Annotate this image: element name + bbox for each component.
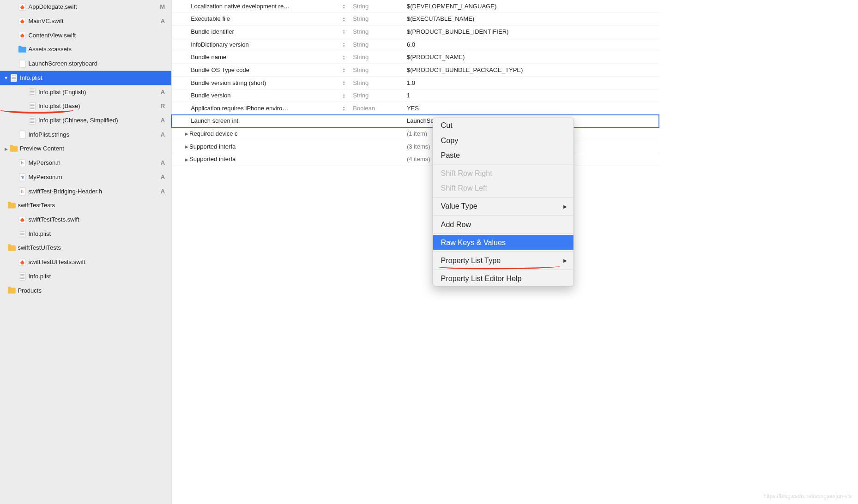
file-row[interactable]: hswiftTest-Bridging-Header.hA bbox=[0, 184, 171, 198]
plist-value[interactable]: 1 bbox=[403, 92, 659, 99]
file-row[interactable]: Info.plist bbox=[0, 227, 171, 241]
plist-type[interactable]: String bbox=[351, 79, 404, 86]
disclosure-triangle-icon[interactable]: ▶ bbox=[184, 157, 189, 162]
menu-item[interactable]: Value Type▶ bbox=[433, 199, 574, 214]
file-row[interactable]: Info.plist (Chinese, Simplified)A bbox=[0, 114, 171, 128]
disclosure-triangle-icon[interactable]: ▶ bbox=[4, 146, 9, 151]
plist-type[interactable]: Boolean bbox=[351, 105, 404, 112]
plist-key[interactable]: Supported interfa bbox=[189, 143, 350, 150]
file-row[interactable]: swiftTestUITests.swift bbox=[0, 255, 171, 270]
disclosure-triangle-icon[interactable]: ▶ bbox=[184, 144, 189, 149]
menu-item-label: Property List Editor Help bbox=[441, 274, 522, 282]
disclosure-triangle-icon[interactable]: ▶ bbox=[184, 132, 189, 137]
menu-item-label: Shift Row Right bbox=[441, 169, 492, 177]
plist-row[interactable]: Application requires iPhone enviro…▴▾Boo… bbox=[172, 102, 659, 115]
menu-item[interactable]: Paste bbox=[433, 148, 574, 162]
menu-item[interactable]: Copy bbox=[433, 133, 574, 148]
file-row[interactable]: LaunchScreen.storyboard bbox=[0, 57, 171, 71]
stepper-icon[interactable]: ▴▾ bbox=[343, 79, 348, 87]
plist-type[interactable]: String bbox=[351, 15, 404, 22]
plist-key[interactable]: Bundle identifier bbox=[191, 28, 350, 35]
plist-row[interactable]: Bundle name▴▾String$(PRODUCT_NAME) bbox=[172, 51, 659, 64]
plist-key[interactable]: Launch screen int bbox=[191, 118, 350, 125]
plist-row[interactable]: ▶Required device c(1 item) bbox=[172, 127, 659, 140]
plist-row[interactable]: Bundle version string (short)▴▾String1.0 bbox=[172, 77, 659, 90]
plist-value[interactable]: $(DEVELOPMENT_LANGUAGE) bbox=[403, 3, 659, 10]
stepper-icon[interactable]: ▴▾ bbox=[343, 2, 348, 10]
file-row[interactable]: hMyPerson.hA bbox=[0, 156, 171, 170]
plist-type[interactable]: String bbox=[351, 92, 404, 99]
plist-key[interactable]: Executable file bbox=[191, 15, 350, 22]
plist-row[interactable]: InfoDictionary version▴▾String6.0 bbox=[172, 38, 659, 51]
plist-row[interactable]: Bundle identifier▴▾String$(PRODUCT_BUNDL… bbox=[172, 25, 659, 38]
plist-key[interactable]: InfoDictionary version bbox=[191, 41, 350, 48]
scm-status-badge: A bbox=[161, 131, 165, 138]
file-row[interactable]: MainVC.swiftA bbox=[0, 14, 171, 29]
file-navigator[interactable]: AppDelegate.swiftMMainVC.swiftAContentVi… bbox=[0, 0, 172, 504]
stepper-icon[interactable]: ▴▾ bbox=[343, 54, 348, 61]
plist-type[interactable]: String bbox=[351, 41, 404, 48]
menu-separator bbox=[433, 252, 574, 252]
file-row[interactable]: Products bbox=[0, 283, 171, 298]
plist-key[interactable]: Localization native development re… bbox=[191, 3, 350, 10]
plist-value[interactable]: $(PRODUCT_NAME) bbox=[403, 54, 659, 60]
plist-key[interactable]: Application requires iPhone enviro… bbox=[191, 105, 350, 112]
plist-value[interactable]: YES bbox=[403, 105, 659, 112]
file-row[interactable]: ▼Info.plist bbox=[0, 71, 171, 85]
file-name: Preview Content bbox=[20, 145, 64, 152]
menu-item[interactable]: Add Row bbox=[433, 217, 574, 232]
plist-key[interactable]: Bundle name bbox=[191, 54, 350, 60]
file-row[interactable]: Info.plist (English)A bbox=[0, 85, 171, 99]
plist-value[interactable]: $(PRODUCT_BUNDLE_PACKAGE_TYPE) bbox=[403, 66, 659, 73]
plist-row[interactable]: Executable file▴▾String$(EXECUTABLE_NAME… bbox=[172, 13, 659, 26]
plist-row[interactable]: ▶Supported interfa(4 items) bbox=[172, 153, 659, 166]
stepper-icon[interactable]: ▴▾ bbox=[343, 41, 348, 48]
plist-type[interactable]: String bbox=[351, 54, 404, 60]
stepper-icon[interactable]: ▴▾ bbox=[343, 104, 348, 112]
plist-row[interactable]: Launch screen intLaunchScreen bbox=[172, 115, 659, 128]
stepper-icon[interactable]: ▴▾ bbox=[343, 66, 348, 74]
file-row[interactable]: swiftTestTests bbox=[0, 198, 171, 213]
plist-value[interactable]: 1.0 bbox=[403, 79, 659, 86]
plist-row[interactable]: ▶Supported interfa(3 items) bbox=[172, 140, 659, 153]
file-row[interactable]: mMyPerson.mA bbox=[0, 170, 171, 185]
file-row[interactable]: swiftTestUITests bbox=[0, 241, 171, 255]
file-row[interactable]: AppDelegate.swiftM bbox=[0, 0, 171, 14]
plist-key[interactable]: Bundle OS Type code bbox=[191, 66, 350, 73]
menu-separator bbox=[433, 270, 574, 270]
stepper-icon[interactable]: ▴▾ bbox=[343, 15, 348, 23]
plist-value[interactable]: 6.0 bbox=[403, 41, 659, 48]
plist-key[interactable]: Required device c bbox=[189, 130, 350, 137]
plist-type[interactable]: String bbox=[351, 3, 404, 10]
menu-item[interactable]: Raw Keys & Values bbox=[433, 235, 574, 250]
plist-key[interactable]: Supported interfa bbox=[189, 156, 350, 163]
assets-file-icon bbox=[18, 46, 26, 54]
stepper-icon[interactable]: ▴▾ bbox=[343, 92, 348, 100]
plist-row[interactable]: Bundle version▴▾String1 bbox=[172, 90, 659, 102]
plist-type[interactable]: String bbox=[351, 28, 404, 35]
menu-item[interactable]: Cut bbox=[433, 118, 574, 133]
plist-key[interactable]: Bundle version string (short) bbox=[191, 79, 350, 86]
submenu-arrow-icon: ▶ bbox=[563, 258, 567, 264]
stepper-icon[interactable]: ▴▾ bbox=[343, 28, 348, 36]
plist-type[interactable]: String bbox=[351, 66, 404, 73]
folder-file-icon bbox=[8, 202, 16, 210]
context-menu: CutCopyPasteShift Row RightShift Row Lef… bbox=[433, 118, 574, 287]
plist-key[interactable]: Bundle version bbox=[191, 92, 350, 99]
menu-item[interactable]: Property List Editor Help bbox=[433, 271, 574, 286]
file-name: swiftTestUITests bbox=[18, 245, 61, 252]
file-row[interactable]: swiftTestTests.swift bbox=[0, 213, 171, 227]
file-row[interactable]: ContentView.swift bbox=[0, 28, 171, 42]
swift-file-icon bbox=[18, 216, 26, 224]
plist-row[interactable]: Localization native development re…▴▾Str… bbox=[172, 0, 659, 13]
file-row[interactable]: InfoPlist.stringsA bbox=[0, 127, 171, 142]
plist-value[interactable]: $(PRODUCT_BUNDLE_IDENTIFIER) bbox=[403, 28, 659, 35]
disclosure-triangle-icon[interactable]: ▼ bbox=[4, 76, 9, 81]
file-name: MainVC.swift bbox=[28, 18, 63, 24]
file-row[interactable]: ▶Preview Content bbox=[0, 142, 171, 156]
plist-value[interactable]: $(EXECUTABLE_NAME) bbox=[403, 15, 659, 22]
file-row[interactable]: Assets.xcassets bbox=[0, 42, 171, 57]
plist-editor: Localization native development re…▴▾Str… bbox=[172, 0, 659, 504]
file-row[interactable]: Info.plist bbox=[0, 270, 171, 284]
plist-row[interactable]: Bundle OS Type code▴▾String$(PRODUCT_BUN… bbox=[172, 64, 659, 77]
